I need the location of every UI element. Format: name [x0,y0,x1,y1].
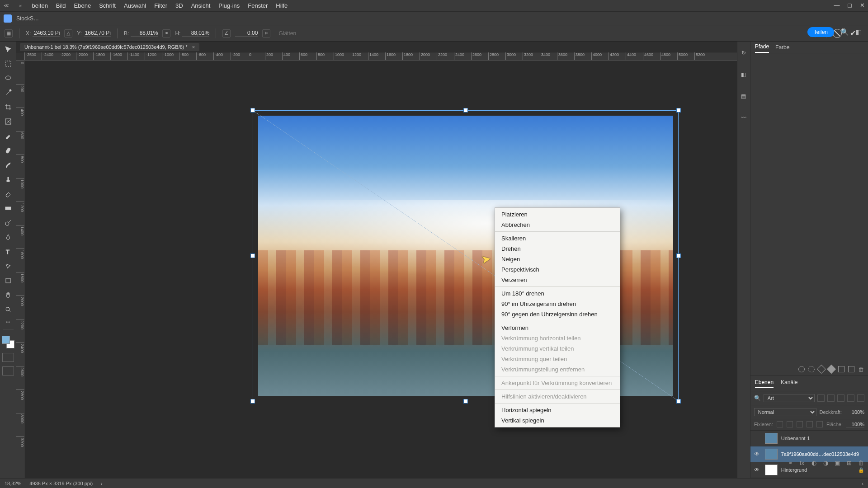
selection-from-path-icon[interactable] [817,365,826,374]
interpolation-label[interactable]: Glätten [278,30,296,37]
filter-pixel-icon[interactable] [817,394,825,402]
crop-tool-icon[interactable] [2,102,14,112]
new-layer-icon[interactable]: ⊞ [845,459,853,466]
angle-input[interactable] [235,30,258,37]
menu-item[interactable]: Bild [56,2,66,9]
chevron-right-icon[interactable]: › [101,481,103,486]
stamp-tool-icon[interactable] [2,174,14,184]
opacity-input[interactable] [844,409,864,415]
blend-mode-select[interactable]: Normal [754,408,817,416]
trash-icon[interactable]: 🗑 [857,459,864,466]
panel-icon[interactable]: ▤ [739,91,749,101]
h-input[interactable] [182,30,209,37]
menu-item[interactable]: Hilfe [276,2,288,9]
share-button[interactable]: Teilen [807,27,834,37]
home-icon[interactable] [4,14,12,23]
context-menu-item[interactable]: Neigen [495,254,620,264]
trash-icon[interactable]: 🗑 [858,366,864,372]
move-tool-icon[interactable] [2,44,14,54]
menu-item[interactable]: 3D [175,2,183,9]
reference-point-icon[interactable]: ▦ [5,29,13,38]
delta-icon[interactable]: △ [64,29,72,38]
lock-pixels-icon[interactable] [787,421,793,427]
document-tab[interactable]: Unbenannt-1 bei 18,3% (7a9f1960ae00dd9fc… [20,43,199,51]
context-menu-item[interactable]: Um 180° drehen [495,288,620,299]
search-icon[interactable]: 🔍 [840,28,849,36]
workspace-icon[interactable]: ◧ [855,28,862,36]
menu-item[interactable]: Schrift [99,2,116,9]
window-close-icon[interactable]: ✕ [859,2,865,8]
brush-tool-icon[interactable] [2,160,14,170]
layer-name[interactable]: 7a9f1960ae00dd…dec012503e4d9 [781,451,864,457]
w-input[interactable] [131,30,158,37]
context-menu-item[interactable]: 90° gegen den Uhrzeigersinn drehen [495,309,620,319]
layer-filter-kind[interactable]: Art [764,394,815,402]
menu-item[interactable]: Fenster [248,2,268,9]
fill-input[interactable] [846,422,864,427]
shape-tool-icon[interactable] [2,276,14,286]
new-path-icon[interactable] [848,366,854,372]
anti-alias-icon[interactable]: ⌗ [262,29,270,38]
link-layers-icon[interactable]: ⚭ [787,459,794,466]
hand-tool-icon[interactable] [2,290,14,300]
home-tab-label[interactable]: StockS… [16,15,39,22]
menu-item[interactable]: Auswahl [124,2,146,9]
transform-handle[interactable] [250,108,255,113]
path-from-selection-icon[interactable] [827,365,836,374]
context-menu-item[interactable]: Skalieren [495,233,620,244]
context-menu-item[interactable]: Horizontal spiegeln [495,405,620,415]
layer-thumbnail[interactable] [765,433,778,444]
context-menu-item[interactable]: Abbrechen [495,220,620,230]
eyedropper-tool-icon[interactable] [2,131,14,141]
window-minimize-icon[interactable]: — [834,2,840,8]
layer-row[interactable]: Unbenannt-1 [750,431,868,446]
collapse-panels-icon[interactable]: ↻ [739,48,749,58]
filter-smart-icon[interactable] [857,394,864,402]
dodge-tool-icon[interactable] [2,218,14,228]
panel-icon[interactable]: ◧ [739,70,749,80]
visibility-icon[interactable]: 👁 [754,467,761,473]
marquee-tool-icon[interactable] [2,59,14,69]
transform-handle[interactable] [463,108,468,113]
lock-position-icon[interactable] [797,421,803,427]
menu-item[interactable]: beiten [32,2,47,9]
add-mask-icon[interactable] [838,366,844,372]
color-swatches[interactable] [2,336,14,348]
context-menu-item[interactable]: Drehen [495,244,620,254]
panel-icon[interactable]: 〰 [739,113,749,123]
context-menu-item[interactable]: Platzieren [495,209,620,220]
filter-type-icon[interactable] [837,394,844,402]
layer-name[interactable]: Hintergrund [781,467,854,473]
context-menu-item[interactable]: Verformen [495,323,620,333]
tab-paths[interactable]: Pfade [755,43,769,53]
context-menu-item[interactable]: Verzerren [495,275,620,285]
lock-all-icon[interactable] [816,421,823,427]
tool-more-icon[interactable]: ••• [6,320,10,324]
window-maximize-icon[interactable]: ◻ [846,2,853,8]
layer-thumbnail[interactable] [765,465,778,475]
quick-mask-icon[interactable] [2,353,14,362]
heal-tool-icon[interactable] [2,145,14,155]
adjustment-layer-icon[interactable]: ◑ [822,459,829,466]
group-layers-icon[interactable]: ▣ [834,459,841,466]
menu-item[interactable]: Plug-ins [218,2,240,9]
lock-transparent-icon[interactable] [777,421,783,427]
menu-item[interactable]: Ebene [74,2,91,9]
layer-fx-icon[interactable]: fx [798,459,806,466]
y-input[interactable] [84,30,111,37]
zoom-tool-icon[interactable] [2,305,14,314]
eraser-tool-icon[interactable] [2,189,14,199]
transform-handle[interactable] [463,399,468,404]
filter-shape-icon[interactable] [847,394,854,402]
close-icon[interactable]: × [192,44,195,50]
menu-close-x[interactable]: × [19,3,22,9]
tab-channels[interactable]: Kanäle [781,379,797,388]
filter-adjust-icon[interactable] [827,394,835,402]
transform-handle[interactable] [676,108,681,113]
context-menu-item[interactable]: 90° im Uhrzeigersinn drehen [495,299,620,309]
canvas[interactable] [24,61,737,478]
menu-item[interactable]: Ansicht [191,2,211,9]
gradient-tool-icon[interactable] [2,203,14,213]
wand-tool-icon[interactable] [2,88,14,98]
fill-path-icon[interactable] [798,366,805,372]
